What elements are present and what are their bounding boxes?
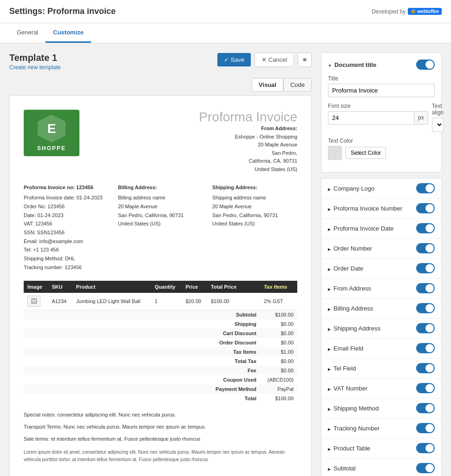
tab-general[interactable]: General: [9, 23, 46, 43]
menu-button[interactable]: ≡: [298, 53, 312, 67]
font-align-row: Font size px Text align Left Center Righ…: [328, 103, 435, 138]
toggle-from-address[interactable]: [416, 283, 435, 293]
col-sku: SKU: [48, 281, 72, 293]
settings-item-tracking-number: Tracking Number: [321, 418, 441, 438]
toggle-order-date[interactable]: [416, 263, 435, 273]
developer-info: Developed by 🐝 webtoffee: [372, 8, 442, 15]
tab-customize[interactable]: Customize: [46, 23, 91, 43]
summary-total: Total$100.00: [24, 394, 297, 403]
cell-image: 🖼: [24, 293, 48, 310]
summary-tax-items: Tax Items$1.00: [24, 347, 297, 357]
cell-product: Jumbing LED Light Wall Ball: [72, 293, 151, 310]
template-header: Template 1 Create new template ✓ Save ✕ …: [9, 53, 312, 71]
create-new-template-link[interactable]: Create new template: [9, 64, 61, 71]
sale-terms: Sale terms: et interdum tellus fermentum…: [24, 435, 297, 444]
left-panel: Template 1 Create new template ✓ Save ✕ …: [9, 53, 312, 476]
transport-terms: Transport Terms: Nunc nec vehicula purus…: [24, 423, 297, 432]
toggle-product-table[interactable]: [416, 443, 435, 453]
summary-subtotal: Subtotal$100.00: [24, 310, 297, 320]
chevron-right-icon[interactable]: [328, 405, 331, 412]
summary-fee: Fee$0.00: [24, 366, 297, 375]
toggle-company-logo[interactable]: [416, 183, 435, 193]
chevron-right-icon[interactable]: [328, 245, 331, 252]
chevron-right-icon[interactable]: [328, 265, 331, 272]
chevron-right-icon[interactable]: [328, 285, 331, 292]
toggle-proforma-invoice-number[interactable]: [416, 203, 435, 213]
settings-item-company-logo: Company Logo: [321, 178, 441, 198]
right-panel: Document title Title Font size px: [321, 53, 442, 476]
top-header: Settings: Proforma invoice Developed by …: [0, 0, 451, 23]
summary-coupon: Coupon Used(ABCD100): [24, 375, 297, 384]
chevron-right-icon[interactable]: [328, 205, 331, 212]
invoice-meta: Proforma Invoice no: 123456 Proforma Inv…: [24, 183, 297, 272]
cell-total: $100.00: [207, 293, 260, 310]
logo-company: SHOPPE: [37, 145, 66, 152]
font-size-input[interactable]: [328, 111, 414, 125]
document-title-label: Document title: [328, 61, 376, 68]
toggle-tel-field[interactable]: [416, 363, 435, 373]
cell-quantity: 1: [151, 293, 182, 310]
summary-order-discount: Order Discount$0.00: [24, 338, 297, 347]
chevron-right-icon[interactable]: [328, 225, 331, 232]
font-size-group: Font size px: [328, 103, 428, 132]
col-total: Total Price: [207, 281, 260, 293]
color-swatch[interactable]: [328, 146, 342, 160]
save-button[interactable]: ✓ Save: [217, 53, 251, 66]
summary-total-tax: Total Tax$0.00: [24, 357, 297, 366]
cell-sku: A1234: [48, 293, 72, 310]
page-title: Settings: Proforma invoice: [9, 7, 116, 16]
cell-tax: 2% GST: [260, 293, 297, 310]
toggle-email-field[interactable]: [416, 343, 435, 353]
cancel-button[interactable]: ✕ Cancel: [255, 53, 294, 67]
chevron-right-icon[interactable]: [328, 185, 331, 192]
toggle-tracking-number[interactable]: [416, 423, 435, 433]
from-address-label: From Address:: [199, 125, 297, 133]
document-title-header: Document title: [328, 60, 435, 70]
toggle-vat-number[interactable]: [416, 383, 435, 393]
settings-items-list: Company Logo Proforma Invoice Number Pro…: [321, 178, 442, 476]
title-field-group: Title: [328, 75, 435, 97]
chevron-right-icon[interactable]: [328, 465, 331, 472]
text-color-label: Text Color: [328, 138, 435, 144]
chevron-right-icon[interactable]: [328, 365, 331, 372]
settings-item-email-field: Email Field: [321, 338, 441, 358]
chevron-right-icon[interactable]: [328, 445, 331, 452]
tab-code[interactable]: Code: [283, 78, 312, 92]
toggle-billing-address[interactable]: [416, 303, 435, 313]
col-price: Price: [182, 281, 207, 293]
settings-item-subtotal: Subtotal: [321, 458, 441, 476]
webtoffee-logo: 🐝 webtoffee: [408, 8, 442, 15]
chevron-right-icon[interactable]: [328, 305, 331, 312]
settings-item-vat-number: VAT Number: [321, 378, 441, 398]
invoice-header-right: Proforma Invoice From Address: Eshoppe -…: [199, 110, 297, 174]
settings-item-shipping-method: Shipping Method: [321, 398, 441, 418]
text-align-label: Text align: [432, 103, 444, 116]
chevron-right-icon[interactable]: [328, 345, 331, 352]
select-color-button[interactable]: Select Color: [346, 147, 386, 159]
settings-item-from-address: From Address: [321, 278, 441, 298]
tab-visual[interactable]: Visual: [252, 78, 283, 92]
settings-item-product-table: Product Table: [321, 438, 441, 458]
table-row: 🖼 A1234 Jumbing LED Light Wall Ball 1 $2…: [24, 293, 297, 310]
toggle-shipping-address[interactable]: [416, 323, 435, 333]
product-image-placeholder: 🖼: [27, 296, 40, 307]
document-title-toggle[interactable]: [416, 60, 435, 70]
chevron-right-icon[interactable]: [328, 425, 331, 432]
from-address-block: From Address: Eshoppe - Online Shopping …: [199, 125, 297, 174]
chevron-right-icon[interactable]: [328, 385, 331, 392]
font-size-input-wrapper: px: [328, 111, 428, 125]
notes-section: Special notes: consectetur adipiscing el…: [24, 410, 297, 463]
text-align-select[interactable]: Left Center Right: [432, 118, 444, 132]
title-input[interactable]: [328, 84, 435, 97]
lorem-text: Lorem ipsum dolor sit amet, consectetur …: [24, 449, 297, 463]
chevron-down-icon[interactable]: [328, 61, 332, 68]
summary-payment: Payment MethodPayPal: [24, 384, 297, 394]
toggle-order-number[interactable]: [416, 243, 435, 253]
settings-item-shipping-address: Shipping Address: [321, 318, 441, 338]
toggle-subtotal[interactable]: [416, 463, 435, 473]
settings-item-order-date: Order Date: [321, 258, 441, 278]
content-area: Template 1 Create new template ✓ Save ✕ …: [0, 43, 451, 476]
chevron-right-icon[interactable]: [328, 325, 331, 332]
toggle-proforma-invoice-date[interactable]: [416, 223, 435, 233]
toggle-shipping-method[interactable]: [416, 403, 435, 413]
